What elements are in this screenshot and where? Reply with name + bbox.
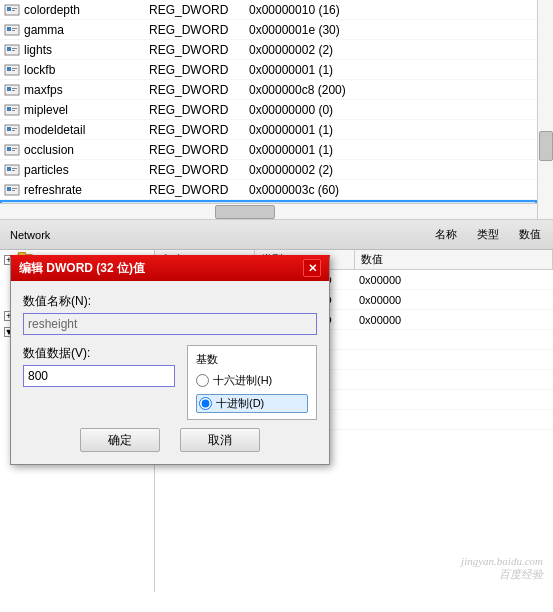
svg-rect-25 — [7, 127, 11, 131]
reg-icon — [4, 142, 20, 158]
reg-data: 0x00000001 (1) — [245, 140, 537, 159]
svg-rect-34 — [12, 168, 17, 169]
svg-rect-37 — [7, 187, 11, 191]
registry-row-gamma[interactable]: gamma REG_DWORD 0x0000001e (30) — [0, 20, 537, 40]
radio-decimal-label: 十进制(D) — [216, 396, 264, 411]
col-header-data: 数值 — [355, 250, 553, 269]
right-row-data-1: 0x00000 — [355, 290, 553, 310]
svg-rect-35 — [12, 170, 15, 171]
reg-data: 0x0000003c (60) — [245, 180, 537, 199]
taskbar-col3: 类型 — [469, 227, 507, 242]
reg-name: refreshrate — [24, 183, 82, 197]
svg-rect-26 — [12, 128, 17, 129]
dialog-overlay: 编辑 DWORD (32 位)值 ✕ 数值名称(N): 数值数据(V): — [10, 255, 330, 465]
right-row-data-6 — [355, 390, 553, 409]
right-row-data-3 — [355, 330, 553, 349]
reg-type: REG_DWORD — [145, 180, 245, 199]
svg-rect-6 — [12, 28, 17, 29]
taskbar-row: Network 名称 类型 数值 — [0, 220, 553, 250]
right-row-data-5 — [355, 370, 553, 389]
right-row-data-0: 0x00000 — [355, 270, 553, 290]
radio-decimal-input[interactable] — [199, 397, 212, 410]
reg-name: gamma — [24, 23, 64, 37]
right-row-data-2: 0x00000 — [355, 310, 553, 330]
radio-hex[interactable]: 十六进制(H) — [196, 373, 308, 388]
svg-rect-15 — [12, 70, 15, 71]
svg-rect-3 — [12, 10, 15, 11]
base-section: 基数 十六进制(H) 十进制(D) — [187, 345, 317, 420]
base-label: 基数 — [196, 352, 308, 367]
dialog-box: 编辑 DWORD (32 位)值 ✕ 数值名称(N): 数值数据(V): — [10, 255, 330, 465]
dialog-buttons: 确定 取消 — [23, 428, 317, 452]
reg-icon — [4, 22, 20, 38]
reg-name: lockfb — [24, 63, 55, 77]
svg-rect-22 — [12, 108, 17, 109]
registry-row-colordepth[interactable]: colordepth REG_DWORD 0x00000010 (16) — [0, 0, 537, 20]
reg-icon — [4, 42, 20, 58]
reg-type: REG_DWORD — [145, 40, 245, 59]
svg-rect-27 — [12, 130, 15, 131]
taskbar-network-label: Network — [4, 229, 56, 241]
data-field-label: 数值数据(V): — [23, 345, 175, 362]
data-field-section: 数值数据(V): — [23, 345, 175, 420]
reg-name: particles — [24, 163, 69, 177]
registry-row-refreshrate[interactable]: refreshrate REG_DWORD 0x0000003c (60) — [0, 180, 537, 200]
reg-name: lights — [24, 43, 52, 57]
svg-rect-1 — [7, 7, 11, 11]
reg-icon — [4, 182, 20, 198]
radio-hex-label: 十六进制(H) — [213, 373, 272, 388]
reg-data: 0x00000002 (2) — [245, 40, 537, 59]
radio-hex-input[interactable] — [196, 374, 209, 387]
registry-row-maxfps[interactable]: maxfps REG_DWORD 0x000000c8 (200) — [0, 80, 537, 100]
reg-type: REG_DWORD — [145, 100, 245, 119]
svg-rect-2 — [12, 8, 17, 9]
data-input[interactable] — [23, 365, 175, 387]
name-input[interactable] — [23, 313, 317, 335]
registry-row-particles[interactable]: particles REG_DWORD 0x00000002 (2) — [0, 160, 537, 180]
reg-type: REG_DWORD — [145, 60, 245, 79]
horizontal-scrollbar[interactable] — [0, 203, 537, 219]
svg-rect-39 — [12, 190, 15, 191]
registry-row-lockfb[interactable]: lockfb REG_DWORD 0x00000001 (1) — [0, 60, 537, 80]
reg-name: modeldetail — [24, 123, 85, 137]
svg-rect-18 — [12, 88, 17, 89]
svg-rect-30 — [12, 148, 17, 149]
registry-row-modeldetail[interactable]: modeldetail REG_DWORD 0x00000001 (1) — [0, 120, 537, 140]
cancel-button[interactable]: 取消 — [180, 428, 260, 452]
reg-type: REG_DWORD — [145, 80, 245, 99]
dialog-body: 数值名称(N): 数值数据(V): 基数 十六进制(H) — [11, 281, 329, 464]
taskbar-col2: 名称 — [427, 227, 465, 242]
radio-decimal[interactable]: 十进制(D) — [196, 394, 308, 413]
registry-row-lights[interactable]: lights REG_DWORD 0x00000002 (2) — [0, 40, 537, 60]
dialog-close-button[interactable]: ✕ — [303, 259, 321, 277]
name-field-label: 数值名称(N): — [23, 293, 317, 310]
bottom-pane: Network 名称 类型 数值 + Printers + AppDataLow — [0, 220, 553, 612]
reg-data: 0x00000000 (0) — [245, 100, 537, 119]
reg-icon — [4, 122, 20, 138]
reg-icon — [4, 2, 20, 18]
svg-rect-23 — [12, 110, 15, 111]
dialog-titlebar: 编辑 DWORD (32 位)值 ✕ — [11, 255, 329, 281]
vertical-scrollbar[interactable] — [537, 0, 553, 219]
reg-type: REG_DWORD — [145, 20, 245, 39]
svg-rect-10 — [12, 48, 17, 49]
registry-row-occlusion[interactable]: occlusion REG_DWORD 0x00000001 (1) — [0, 140, 537, 160]
svg-rect-5 — [7, 27, 11, 31]
reg-icon — [4, 102, 20, 118]
reg-name: occlusion — [24, 143, 74, 157]
registry-row-miplevel[interactable]: miplevel REG_DWORD 0x00000000 (0) — [0, 100, 537, 120]
reg-type: REG_DWORD — [145, 140, 245, 159]
reg-icon — [4, 82, 20, 98]
svg-rect-7 — [12, 30, 15, 31]
svg-rect-14 — [12, 68, 17, 69]
right-row-data-4 — [355, 350, 553, 369]
svg-rect-19 — [12, 90, 15, 91]
svg-rect-29 — [7, 147, 11, 151]
reg-data: 0x00000001 (1) — [245, 60, 537, 79]
svg-rect-9 — [7, 47, 11, 51]
svg-rect-38 — [12, 188, 17, 189]
svg-rect-11 — [12, 50, 15, 51]
ok-button[interactable]: 确定 — [80, 428, 160, 452]
svg-rect-13 — [7, 67, 11, 71]
reg-data: 0x000000c8 (200) — [245, 80, 537, 99]
